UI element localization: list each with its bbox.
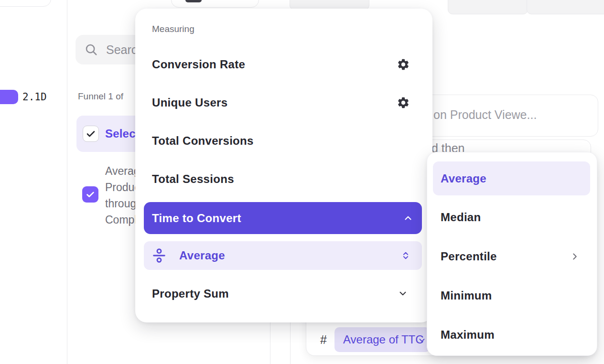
select-all-label: Select bbox=[105, 116, 140, 152]
chevron-down-icon bbox=[418, 336, 426, 344]
select-all-checkbox[interactable] bbox=[83, 126, 99, 142]
measurement-picker-screen: 2.1D Search Funnel 1 of Select Average P… bbox=[0, 0, 604, 364]
top-tab-fragment-2 bbox=[448, 0, 528, 14]
chevron-up-icon bbox=[403, 213, 413, 224]
gear-icon bbox=[397, 96, 410, 109]
aggregation-menu: Average Median Percentile Minimum Maximu… bbox=[427, 152, 597, 356]
funnel-step-badge: 2.1D bbox=[22, 91, 47, 103]
agg-average-label: Average bbox=[441, 161, 486, 195]
agg-item-percentile[interactable]: Percentile bbox=[441, 249, 497, 264]
unique-users-settings-button[interactable] bbox=[397, 96, 410, 109]
check-icon bbox=[85, 128, 97, 139]
event-step-label: on Product Viewe... bbox=[433, 108, 537, 122]
average-of-ttc-label: Average of TTC bbox=[343, 327, 424, 352]
bottom-divider-1 bbox=[270, 321, 270, 364]
metric-checkbox[interactable] bbox=[82, 186, 98, 203]
agg-item-average[interactable]: Average bbox=[433, 161, 590, 195]
bottom-divider-2 bbox=[290, 321, 291, 364]
agg-item-maximum[interactable]: Maximum bbox=[441, 328, 495, 342]
menu-item-conversion-rate[interactable]: Conversion Rate bbox=[152, 57, 245, 72]
average-aggregation-label: Average bbox=[179, 241, 225, 270]
measuring-menu-header: Measuring bbox=[152, 24, 194, 34]
time-to-convert-label: Time to Convert bbox=[152, 202, 241, 234]
menu-item-time-to-convert[interactable]: Time to Convert bbox=[144, 202, 422, 234]
menu-item-total-sessions[interactable]: Total Sessions bbox=[152, 172, 234, 186]
menu-item-average-aggregation[interactable]: Average bbox=[144, 241, 422, 270]
gear-icon bbox=[397, 58, 410, 71]
top-toolbar-fragment bbox=[171, 0, 259, 8]
menu-item-unique-users[interactable]: Unique Users bbox=[152, 96, 227, 110]
agg-item-minimum[interactable]: Minimum bbox=[441, 289, 492, 303]
menu-item-property-sum[interactable]: Property Sum bbox=[152, 287, 229, 301]
menu-item-total-conversions[interactable]: Total Conversions bbox=[152, 134, 254, 148]
conversion-rate-settings-button[interactable] bbox=[397, 58, 410, 71]
sort-chevrons-icon bbox=[401, 251, 410, 260]
check-icon bbox=[85, 189, 96, 200]
agg-item-median[interactable]: Median bbox=[441, 210, 481, 225]
average-divide-icon bbox=[151, 248, 167, 263]
search-icon bbox=[84, 43, 98, 57]
funnel-step-color-block bbox=[0, 90, 18, 104]
left-panel-divider bbox=[67, 0, 67, 364]
funnel-counter-label: Funnel 1 of bbox=[78, 91, 123, 102]
top-tab-fragment-3 bbox=[527, 0, 604, 14]
measuring-menu: Measuring Conversion Rate Unique Users T… bbox=[135, 9, 432, 322]
chevron-down-icon[interactable] bbox=[398, 288, 408, 299]
toolbar-button-fragment bbox=[185, 0, 202, 2]
top-left-card-fragment bbox=[0, 0, 51, 7]
chevron-right-icon bbox=[570, 251, 580, 262]
numeric-type-symbol: # bbox=[320, 333, 327, 347]
average-of-ttc-dropdown[interactable]: Average of TTC bbox=[334, 327, 430, 352]
